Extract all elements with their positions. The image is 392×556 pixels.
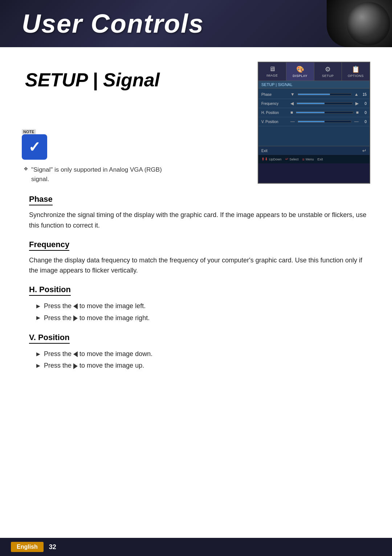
image-tab-icon: 🖥 bbox=[269, 65, 275, 73]
page-footer: English 32 bbox=[0, 538, 392, 556]
top-section: SETUP | Signal ✓ ❖ "Signal" is only supp… bbox=[22, 62, 370, 184]
hposition-bullet-right: ▶ Press the to move the image right. bbox=[36, 312, 370, 324]
setup-tab-icon: ⚙ bbox=[325, 65, 331, 73]
phase-heading: Phase bbox=[29, 195, 53, 205]
phase-left-icon: ▼ bbox=[290, 92, 295, 97]
vposition-heading: V. Position bbox=[29, 333, 70, 344]
phase-label: Phase bbox=[261, 93, 290, 97]
osd-row-vposition: V. Position — — 0 bbox=[258, 117, 369, 126]
options-tab-icon: 📋 bbox=[352, 65, 360, 73]
osd-tab-options: 📋 OPTIONS bbox=[342, 62, 369, 81]
setup-signal-title: SETUP | Signal bbox=[22, 69, 167, 91]
note-bullet: ❖ "Signal" is only supported in Analog V… bbox=[24, 165, 174, 184]
hposition-bar bbox=[296, 111, 353, 114]
bottom-menu: ≡ Menu bbox=[302, 157, 314, 162]
note-icon: ✓ bbox=[22, 134, 47, 160]
freq-right-icon: ▶ bbox=[355, 101, 359, 106]
hposition-bullet-left: ▶ Press the to move the image left. bbox=[36, 300, 370, 312]
bullet-arrow-left-1: ▶ bbox=[36, 302, 40, 311]
options-tab-label: OPTIONS bbox=[348, 74, 364, 78]
display-tab-label: DISPLAY bbox=[293, 74, 307, 78]
vpos-bar-fill bbox=[298, 121, 324, 122]
osd-menu-area: Phase ▼ ▲ 15 Frequency ◀ bbox=[258, 89, 369, 128]
checkmark-icon: ✓ bbox=[28, 139, 41, 155]
vposition-bullet-down-text: Press the to move the image down. bbox=[44, 348, 152, 360]
osd-screenshot: 🖥 IMAGE 🎨 DISPLAY ⚙ SETUP 📋 OPTIONS bbox=[258, 62, 370, 184]
bottom-select: ↵ Select bbox=[285, 157, 299, 162]
hposition-section: H. Position ▶ Press the to move the imag… bbox=[22, 285, 370, 324]
vposition-section: V. Position ▶ Press the to move the imag… bbox=[22, 333, 370, 372]
vpos-right-icon: — bbox=[354, 119, 359, 124]
vpos-left-icon: — bbox=[290, 119, 295, 124]
updown-icon: ⬆⬇ bbox=[261, 157, 268, 162]
bullet-arrow-left-2: ▶ bbox=[36, 349, 40, 359]
vposition-bullet-up: ▶ Press the to move the image up. bbox=[36, 360, 370, 371]
osd-row-phase: Phase ▼ ▲ 15 bbox=[258, 90, 369, 99]
menu-label: Menu bbox=[306, 158, 314, 161]
phase-bar bbox=[298, 93, 351, 95]
phase-section: Phase Synchronize the signal timing of t… bbox=[22, 195, 370, 231]
select-label: Select bbox=[290, 158, 299, 161]
osd-tab-display: 🎨 DISPLAY bbox=[286, 62, 314, 81]
freq-bar-fill bbox=[297, 103, 324, 104]
right-panel: 🖥 IMAGE 🎨 DISPLAY ⚙ SETUP 📋 OPTIONS bbox=[174, 62, 370, 184]
display-tab-icon: 🎨 bbox=[296, 65, 304, 73]
header-lens-decoration bbox=[327, 0, 392, 47]
osd-row-hposition: H. Position ■ ■ 0 bbox=[258, 108, 369, 117]
frequency-heading: Frequency bbox=[29, 240, 69, 251]
osd-row-frequency: Frequency ◀ ▶ 0 bbox=[258, 99, 369, 108]
hposition-bullet-left-text: Press the to move the image left. bbox=[44, 300, 146, 312]
phase-value: 15 bbox=[359, 93, 367, 97]
osd-spacer bbox=[258, 128, 369, 146]
right-arrow-icon-1 bbox=[73, 315, 78, 321]
note-text: ❖ "Signal" is only supported in Analog V… bbox=[22, 165, 174, 184]
footer-language: English bbox=[11, 542, 44, 552]
bullet-arrow-right-2: ▶ bbox=[36, 361, 40, 370]
vposition-value: 0 bbox=[359, 120, 367, 124]
enter-icon: ↵ bbox=[362, 148, 367, 154]
left-arrow-icon-1 bbox=[73, 303, 78, 309]
bullet-arrow-right-1: ▶ bbox=[36, 313, 40, 322]
phase-bar-fill bbox=[298, 94, 330, 95]
updown-label: UpDown bbox=[269, 158, 282, 161]
hposition-bullet-list: ▶ Press the to move the image left. ▶ Pr… bbox=[29, 300, 370, 324]
vposition-bar bbox=[298, 120, 351, 123]
left-panel: SETUP | Signal ✓ ❖ "Signal" is only supp… bbox=[22, 62, 174, 184]
note-bullet-text: "Signal" is only supported in Analog VGA… bbox=[31, 165, 174, 184]
hposition-value: 0 bbox=[359, 111, 367, 115]
osd-breadcrumb: SETUP | SIGNAL bbox=[258, 81, 369, 89]
note-bullet-icon: ❖ bbox=[24, 165, 28, 173]
image-tab-label: IMAGE bbox=[266, 74, 278, 77]
hpos-left-icon: ■ bbox=[290, 110, 293, 115]
exit-label: Exit bbox=[261, 149, 362, 153]
frequency-section: Frequency Change the display data freque… bbox=[22, 240, 370, 276]
hposition-bullet-right-text: Press the to move the image right. bbox=[44, 312, 150, 324]
osd-tab-setup: ⚙ SETUP bbox=[314, 62, 342, 81]
frequency-label: Frequency bbox=[261, 102, 290, 106]
osd-exit-row: Exit ↵ bbox=[258, 146, 369, 155]
freq-left-icon: ◀ bbox=[290, 101, 294, 106]
right-arrow-icon-2 bbox=[73, 363, 78, 369]
hpos-bar-fill bbox=[296, 112, 324, 113]
main-content: SETUP | Signal ✓ ❖ "Signal" is only supp… bbox=[0, 47, 392, 392]
footer-page-number: 32 bbox=[49, 543, 56, 551]
select-icon: ↵ bbox=[285, 157, 289, 162]
hposition-label: H. Position bbox=[261, 111, 290, 115]
osd-bottom-bar: ⬆⬇ UpDown ↵ Select ≡ Menu Exit bbox=[258, 155, 369, 163]
vposition-bullet-down: ▶ Press the to move the image down. bbox=[36, 348, 370, 360]
osd-tab-image: 🖥 IMAGE bbox=[258, 62, 286, 81]
content-body: Phase Synchronize the signal timing of t… bbox=[22, 195, 370, 372]
vposition-label: V. Position bbox=[261, 120, 290, 124]
bottom-updown: ⬆⬇ UpDown bbox=[261, 157, 282, 162]
menu-icon: ≡ bbox=[302, 157, 305, 162]
exit-bottom-label: Exit bbox=[317, 158, 323, 161]
hpos-right-icon: ■ bbox=[356, 110, 359, 115]
bottom-exit: Exit bbox=[317, 157, 323, 162]
vposition-bullet-up-text: Press the to move the image up. bbox=[44, 360, 144, 371]
phase-right-icon: ▲ bbox=[354, 92, 359, 97]
note-box: ✓ ❖ "Signal" is only supported in Analog… bbox=[22, 134, 174, 184]
phase-text: Synchronize the signal timing of the dis… bbox=[29, 210, 370, 231]
page-title: User Controls bbox=[22, 9, 204, 38]
frequency-text: Change the display data frequency to mat… bbox=[29, 255, 370, 276]
frequency-value: 0 bbox=[359, 102, 367, 106]
